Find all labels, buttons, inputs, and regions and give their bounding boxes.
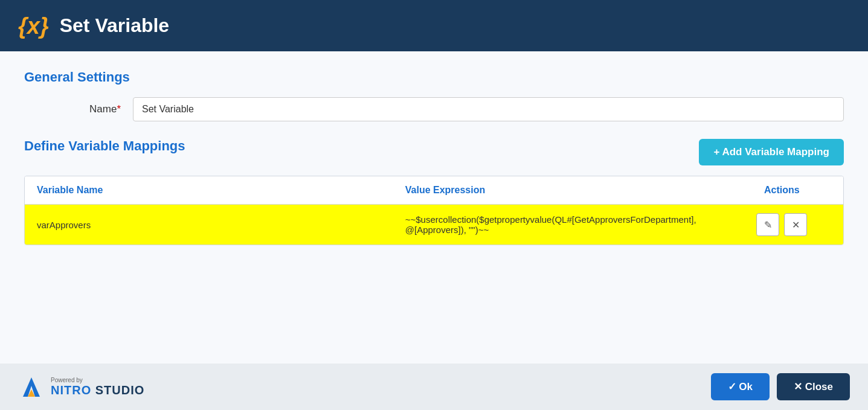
mappings-title: Define Variable Mappings <box>24 138 185 154</box>
table-row: varApprovers~~$usercollection($getproper… <box>25 205 843 245</box>
general-settings-section: General Settings Name* <box>24 69 844 121</box>
close-button[interactable]: ✕ Close <box>777 373 850 400</box>
name-input[interactable] <box>133 97 844 121</box>
mappings-header: Define Variable Mappings + Add Variable … <box>24 138 844 166</box>
edit-row-button[interactable]: ✎ <box>756 213 779 236</box>
logo-text: Powered by NITRO STUDIO <box>51 377 144 397</box>
modal-body: General Settings Name* Define Variable M… <box>0 51 868 364</box>
general-settings-title: General Settings <box>24 69 844 85</box>
name-label: Name* <box>24 103 133 115</box>
modal-footer: Powered by NITRO STUDIO ✓ Ok ✕ Close <box>0 364 868 410</box>
table-cell-value-expression: ~~$usercollection($getpropertyvalue(QL#[… <box>393 205 721 245</box>
powered-by-label: Powered by <box>51 377 144 383</box>
mappings-table-container: Variable Name Value Expression Actions v… <box>24 176 844 245</box>
table-cell-variable-name: varApprovers <box>25 205 393 245</box>
set-variable-modal: {x} Set Variable General Settings Name* … <box>0 0 868 410</box>
mappings-table: Variable Name Value Expression Actions v… <box>25 176 843 245</box>
table-body: varApprovers~~$usercollection($getproper… <box>25 205 843 245</box>
col-header-actions: Actions <box>721 176 843 205</box>
ok-button[interactable]: ✓ Ok <box>711 373 770 400</box>
brand-name: NITRO STUDIO <box>51 383 144 397</box>
required-star: * <box>117 103 121 115</box>
add-variable-mapping-button[interactable]: + Add Variable Mapping <box>699 139 844 165</box>
delete-row-button[interactable]: ✕ <box>784 213 807 236</box>
nitro-logo-icon <box>18 374 45 400</box>
variable-mappings-section: Define Variable Mappings + Add Variable … <box>24 138 844 245</box>
col-header-variable-name: Variable Name <box>25 176 393 205</box>
brand-studio: STUDIO <box>91 383 144 397</box>
footer-logo: Powered by NITRO STUDIO <box>18 374 144 400</box>
modal-title: Set Variable <box>60 14 169 37</box>
footer-buttons: ✓ Ok ✕ Close <box>711 373 850 400</box>
set-variable-icon: {x} <box>18 14 49 37</box>
name-row: Name* <box>24 97 844 121</box>
col-header-value-expression: Value Expression <box>393 176 721 205</box>
table-cell-actions: ✎✕ <box>721 205 843 245</box>
table-header-row: Variable Name Value Expression Actions <box>25 176 843 205</box>
brand-nitro: NITRO <box>51 383 91 397</box>
modal-header: {x} Set Variable <box>0 0 868 51</box>
